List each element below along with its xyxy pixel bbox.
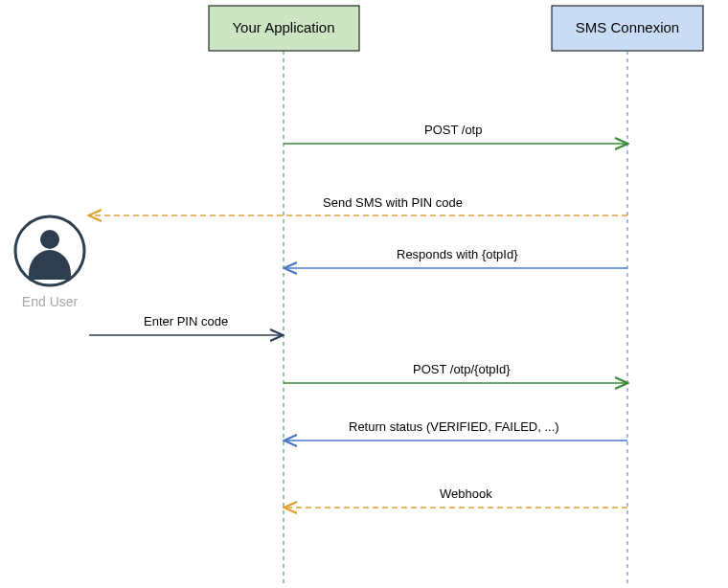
participant-sms-connexion: SMS Connexion bbox=[552, 6, 703, 587]
message-label: Return status (VERIFIED, FAILED, ...) bbox=[349, 419, 559, 434]
message-responds-otpid: Responds with {otpId} bbox=[285, 247, 627, 268]
message-label: Enter PIN code bbox=[144, 314, 228, 328]
message-send-sms: Send SMS with PIN code bbox=[90, 195, 627, 215]
message-label: Send SMS with PIN code bbox=[323, 195, 463, 210]
message-label: POST /otp bbox=[424, 123, 482, 137]
sequence-diagram: Your Application SMS Connexion End User … bbox=[0, 0, 728, 588]
participant-app-label: Your Application bbox=[232, 19, 334, 35]
message-label: Responds with {otpId} bbox=[397, 247, 518, 261]
actor-label: End User bbox=[22, 294, 79, 309]
message-return-status: Return status (VERIFIED, FAILED, ...) bbox=[285, 419, 627, 441]
message-post-otp: POST /otp bbox=[284, 123, 626, 144]
message-label: POST /otp/{otpId} bbox=[413, 362, 511, 376]
participant-your-application: Your Application bbox=[209, 6, 359, 587]
message-post-otpid: POST /otp/{otpId} bbox=[284, 362, 626, 383]
message-enter-pin: Enter PIN code bbox=[89, 314, 282, 335]
svg-point-3 bbox=[40, 230, 59, 249]
message-label: Webhook bbox=[440, 486, 492, 501]
participant-sms-label: SMS Connexion bbox=[576, 19, 679, 35]
message-webhook: Webhook bbox=[285, 486, 627, 508]
actor-end-user: End User bbox=[15, 216, 84, 309]
